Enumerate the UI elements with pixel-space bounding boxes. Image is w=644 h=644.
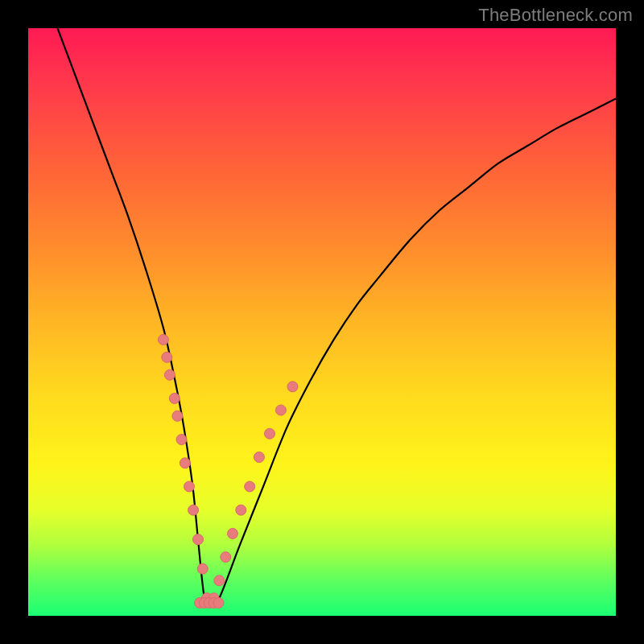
data-point bbox=[265, 428, 275, 439]
data-point bbox=[228, 528, 238, 539]
v-curve-path bbox=[58, 28, 617, 605]
data-point bbox=[184, 481, 195, 492]
data-point bbox=[213, 597, 224, 608]
data-point bbox=[164, 369, 175, 380]
dots-right-group bbox=[208, 382, 298, 604]
data-point bbox=[172, 411, 183, 421]
data-point bbox=[221, 552, 231, 563]
data-point bbox=[214, 576, 225, 586]
data-point bbox=[193, 535, 204, 545]
dots-left-group bbox=[158, 334, 212, 603]
chart-svg bbox=[28, 28, 616, 616]
curve-line bbox=[58, 28, 617, 605]
plot-area bbox=[28, 28, 616, 616]
data-point bbox=[197, 564, 208, 574]
data-point bbox=[245, 481, 255, 492]
data-point bbox=[158, 334, 168, 345]
chart-stage: TheBottleneck.com bbox=[0, 0, 644, 644]
data-point bbox=[287, 382, 298, 392]
data-point bbox=[176, 435, 187, 445]
data-point bbox=[275, 405, 286, 415]
data-point bbox=[188, 505, 199, 515]
data-point bbox=[169, 393, 180, 403]
data-point bbox=[236, 505, 246, 515]
dots-valley-group bbox=[195, 597, 224, 608]
data-point bbox=[254, 452, 264, 462]
watermark-text: TheBottleneck.com bbox=[478, 5, 633, 26]
data-point bbox=[162, 352, 172, 362]
data-point bbox=[180, 458, 190, 469]
